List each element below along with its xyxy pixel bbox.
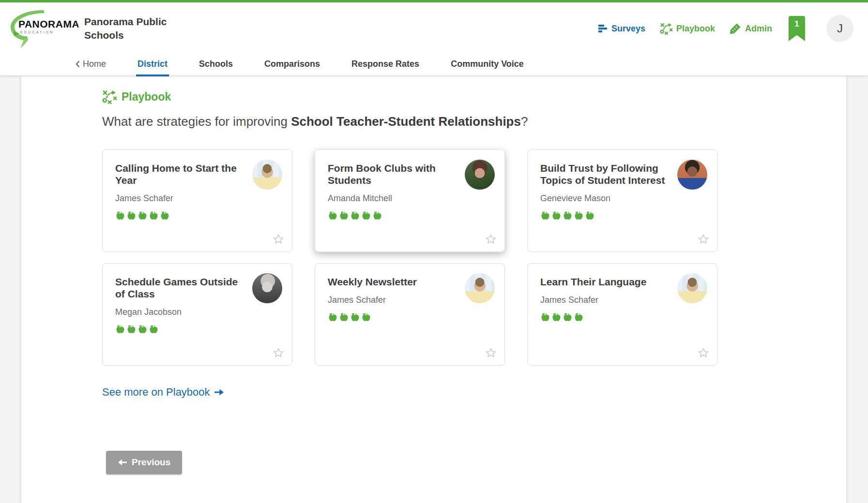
logo-subtext: EDUCATION <box>20 30 54 34</box>
favorite-star-icon[interactable] <box>272 233 285 246</box>
panorama-logo[interactable]: PANORAMA EDUCATION <box>6 6 78 53</box>
playbook-cards: Calling Home to Start the Year James Sch… <box>102 149 827 366</box>
apple-icon <box>563 210 573 221</box>
author-avatar <box>677 160 707 190</box>
favorite-star-icon[interactable] <box>697 233 710 246</box>
district-name: Panorama Public Schools <box>84 15 205 43</box>
nav-surveys-label: Surveys <box>611 24 645 34</box>
tab-community-voice[interactable]: Community Voice <box>451 53 524 76</box>
apple-icon <box>585 210 595 221</box>
apple-icon <box>361 312 371 322</box>
arrow-left-icon <box>118 459 127 466</box>
user-initial: J <box>837 22 843 35</box>
apple-icon <box>551 210 562 221</box>
apple-icon <box>328 312 338 322</box>
apple-icon <box>540 210 550 221</box>
see-more-label: See more on Playbook <box>102 386 210 399</box>
apple-rating <box>115 324 279 334</box>
apple-icon <box>563 312 573 322</box>
playbook-strategy-card[interactable]: Form Book Clubs with Students Amanda Mit… <box>315 149 505 252</box>
favorite-star-icon[interactable] <box>485 347 497 359</box>
card-author: Megan Jacobson <box>115 307 279 317</box>
playbook-strategy-icon <box>660 22 672 35</box>
nav-admin-label: Admin <box>745 24 772 34</box>
apple-rating <box>540 312 704 322</box>
author-avatar <box>465 160 495 190</box>
author-avatar <box>677 273 707 303</box>
secondary-navigation: Home District Schools Comparisons Respon… <box>0 53 868 76</box>
apple-icon <box>540 312 550 322</box>
apple-icon <box>115 210 125 221</box>
content-sheet: Playbook What are strategies for improvi… <box>21 76 846 503</box>
tab-home-label: Home <box>83 59 106 69</box>
apple-icon <box>137 210 148 221</box>
apple-icon <box>160 210 170 221</box>
logo-text: PANORAMA <box>18 18 78 30</box>
tab-home-back[interactable]: Home <box>76 59 106 69</box>
author-avatar <box>252 160 282 190</box>
apple-icon <box>149 324 159 334</box>
tab-comparisons[interactable]: Comparisons <box>264 53 320 76</box>
nav-playbook[interactable]: Playbook <box>660 22 715 35</box>
nav-admin[interactable]: Admin <box>730 23 772 34</box>
apple-rating <box>540 210 704 221</box>
section-title: Playbook <box>122 90 171 104</box>
card-author: Genevieve Mason <box>540 193 704 204</box>
favorite-star-icon[interactable] <box>485 233 497 246</box>
playbook-strategy-icon <box>102 89 117 104</box>
playbook-strategy-card[interactable]: Weekly Newsletter James Schafer <box>315 263 505 366</box>
apple-icon <box>328 210 338 221</box>
previous-button[interactable]: Previous <box>106 451 182 474</box>
bookmark-badge[interactable]: 1 <box>789 16 805 41</box>
apple-icon <box>372 210 382 221</box>
apple-icon <box>339 312 349 322</box>
user-avatar[interactable]: J <box>826 15 853 42</box>
playbook-strategy-card[interactable]: Schedule Games Outside of Class Megan Ja… <box>102 263 292 366</box>
header: PANORAMA EDUCATION Panorama Public Schoo… <box>0 2 868 76</box>
author-avatar <box>465 273 495 303</box>
apple-rating <box>328 312 492 322</box>
apple-icon <box>361 210 371 221</box>
apple-icon <box>137 324 148 334</box>
apple-icon <box>350 312 360 322</box>
playbook-strategy-card[interactable]: Build Trust by Following Topics of Stude… <box>527 149 717 252</box>
apple-icon <box>149 210 159 221</box>
favorite-star-icon[interactable] <box>697 347 710 359</box>
nav-surveys[interactable]: Surveys <box>598 24 645 34</box>
previous-label: Previous <box>132 457 170 468</box>
apple-icon <box>126 324 137 334</box>
apple-icon <box>350 210 360 221</box>
apple-rating <box>115 210 279 221</box>
chevron-left-icon <box>76 60 80 68</box>
surveys-bars-icon <box>598 24 608 33</box>
bookmark-count: 1 <box>794 19 799 29</box>
card-author: James Schafer <box>115 193 279 204</box>
apple-icon <box>574 312 584 322</box>
playbook-section-header: Playbook <box>102 89 827 104</box>
see-more-playbook-link[interactable]: See more on Playbook <box>102 386 224 399</box>
tab-district[interactable]: District <box>137 53 168 76</box>
tab-response-rates[interactable]: Response Rates <box>351 53 419 76</box>
apple-icon <box>339 210 349 221</box>
apple-icon <box>126 210 137 221</box>
admin-pencil-ruler-icon <box>730 23 741 34</box>
apple-icon <box>551 312 562 322</box>
card-author: Amanda Mitchell <box>328 193 492 204</box>
playbook-question: What are strategies for improving School… <box>102 114 533 130</box>
favorite-star-icon[interactable] <box>272 347 285 359</box>
author-avatar <box>252 273 282 303</box>
playbook-strategy-card[interactable]: Learn Their Language James Schafer <box>527 263 717 366</box>
playbook-strategy-card[interactable]: Calling Home to Start the Year James Sch… <box>102 149 292 252</box>
tab-schools[interactable]: Schools <box>199 53 233 76</box>
top-navigation: Surveys Playbook <box>598 15 853 42</box>
nav-playbook-label: Playbook <box>676 24 715 34</box>
apple-rating <box>328 210 492 221</box>
arrow-right-icon <box>214 388 224 396</box>
apple-icon <box>115 324 125 334</box>
apple-icon <box>574 210 584 221</box>
